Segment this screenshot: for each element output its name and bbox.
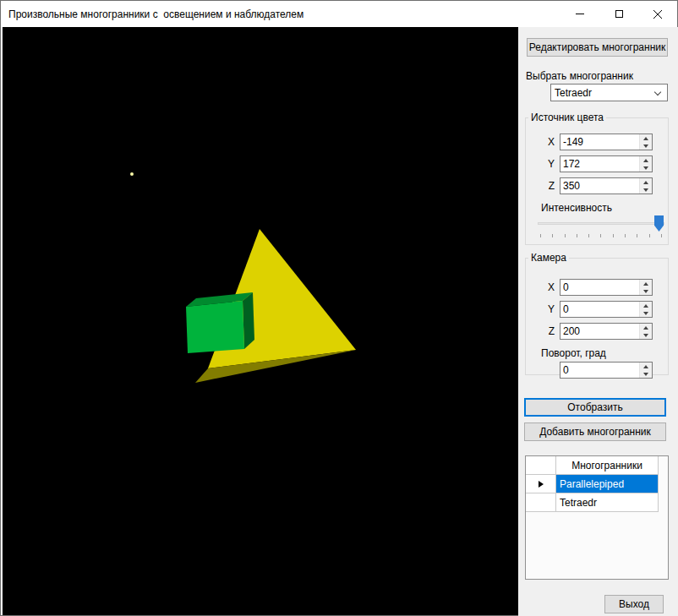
exit-button[interactable]: Выход xyxy=(604,595,664,613)
arrow-up-icon xyxy=(643,159,648,162)
light-z-spin-down-button[interactable] xyxy=(639,186,652,194)
edit-polyhedron-button[interactable]: Редактировать многогранник xyxy=(527,38,668,57)
arrow-down-icon xyxy=(643,334,648,337)
camera-x-value[interactable] xyxy=(560,280,638,295)
light-x-input[interactable] xyxy=(560,134,653,150)
maximize-icon xyxy=(615,10,623,18)
camera-y-input[interactable] xyxy=(560,301,653,318)
light-x-spin-down-button[interactable] xyxy=(639,142,652,150)
camera-group-title: Камера xyxy=(528,252,569,264)
camera-z-row: Z xyxy=(526,323,668,340)
camera-x-label: X xyxy=(526,281,560,293)
grid-column-header[interactable]: Многогранники xyxy=(556,456,659,475)
light-y-value[interactable] xyxy=(560,156,638,172)
camera-z-spin-up-button[interactable] xyxy=(639,324,652,331)
chevron-down-icon xyxy=(654,89,661,95)
combobox-value: Tetraedr xyxy=(555,87,592,99)
minimize-icon xyxy=(576,14,584,14)
camera-y-value[interactable] xyxy=(560,302,638,317)
scene-svg xyxy=(3,27,518,615)
camera-y-spin-up-button[interactable] xyxy=(639,302,652,309)
arrow-down-icon xyxy=(643,188,648,192)
current-row-selector[interactable] xyxy=(526,475,556,493)
light-x-spinner xyxy=(639,134,652,150)
rotation-spinner xyxy=(639,363,652,378)
close-button[interactable] xyxy=(638,1,677,27)
light-z-label: Z xyxy=(526,180,560,192)
light-x-row: X xyxy=(526,134,668,150)
light-z-spinner xyxy=(639,178,652,194)
camera-z-label: Z xyxy=(526,325,560,337)
rotation-row xyxy=(526,362,668,379)
light-z-row: Z xyxy=(526,177,668,194)
light-z-input[interactable] xyxy=(560,177,653,194)
camera-z-value[interactable] xyxy=(560,324,638,339)
rotation-spin-up-button[interactable] xyxy=(639,363,652,370)
render-viewport[interactable] xyxy=(3,27,518,615)
slider-track xyxy=(538,222,664,225)
camera-x-input[interactable] xyxy=(560,279,653,296)
camera-x-spinner xyxy=(639,280,652,295)
select-polyhedron-label: Выбрать многогранник xyxy=(526,70,633,82)
arrow-up-icon xyxy=(643,304,648,308)
minimize-button[interactable] xyxy=(560,1,599,27)
display-button[interactable]: Отобразить xyxy=(524,398,666,417)
arrow-up-icon xyxy=(643,181,648,184)
grid-row-parallelepiped[interactable]: Parallelepiped xyxy=(526,475,668,493)
slider-thumb[interactable] xyxy=(654,215,664,232)
arrow-down-icon xyxy=(643,144,648,148)
camera-z-spinner xyxy=(639,324,652,339)
row-selector[interactable] xyxy=(526,493,556,512)
grid-row-tetraedr[interactable]: Tetraedr xyxy=(526,493,668,512)
light-y-row: Y xyxy=(526,155,668,172)
titlebar: Произвольные многогранники с освещением … xyxy=(1,1,677,27)
light-y-spin-up-button[interactable] xyxy=(639,156,652,164)
app-window: Произвольные многогранники с освещением … xyxy=(0,0,678,616)
light-x-value[interactable] xyxy=(560,134,638,150)
camera-y-label: Y xyxy=(526,303,560,315)
window-title: Произвольные многогранники с освещением … xyxy=(1,8,303,20)
arrow-down-icon xyxy=(643,312,648,315)
arrow-down-icon xyxy=(643,290,648,293)
camera-z-spin-down-button[interactable] xyxy=(639,331,652,339)
light-z-value[interactable] xyxy=(560,178,638,194)
light-source-group: Источник цвета X Y xyxy=(525,112,669,245)
arrow-up-icon xyxy=(643,137,648,140)
slider-ticks xyxy=(540,234,662,237)
intensity-slider[interactable] xyxy=(538,214,664,241)
light-z-spin-up-button[interactable] xyxy=(639,178,652,186)
light-y-input[interactable] xyxy=(560,155,653,172)
arrow-up-icon xyxy=(643,326,648,330)
grid-cell-polyhedron-name[interactable]: Parallelepiped xyxy=(556,475,659,493)
grid-corner-header[interactable] xyxy=(526,456,556,475)
camera-x-spin-up-button[interactable] xyxy=(639,280,652,287)
camera-y-spin-down-button[interactable] xyxy=(639,309,652,317)
cube-front-face xyxy=(186,301,244,353)
rotation-input[interactable] xyxy=(560,362,653,379)
light-x-spin-up-button[interactable] xyxy=(639,134,652,142)
grid-cell-polyhedron-name[interactable]: Tetraedr xyxy=(556,493,659,512)
camera-z-input[interactable] xyxy=(560,323,653,340)
light-y-spin-down-button[interactable] xyxy=(639,164,652,172)
arrow-down-icon xyxy=(643,166,648,170)
caption-buttons xyxy=(560,1,677,27)
light-source-dot xyxy=(130,172,134,176)
intensity-label: Интенсивность xyxy=(541,202,612,214)
rotation-value[interactable] xyxy=(560,363,638,378)
arrow-up-icon xyxy=(643,365,648,368)
polyhedra-grid[interactable]: Многогранники Parallelepiped Tetraedr xyxy=(525,455,669,580)
camera-y-spinner xyxy=(639,302,652,317)
current-row-icon xyxy=(539,481,544,488)
light-source-group-title: Источник цвета xyxy=(528,112,606,123)
rotation-spin-down-button[interactable] xyxy=(639,370,652,378)
close-icon xyxy=(653,10,662,19)
light-y-spinner xyxy=(639,156,652,172)
light-x-label: X xyxy=(526,136,560,148)
arrow-up-icon xyxy=(643,282,648,286)
maximize-button[interactable] xyxy=(599,1,638,27)
camera-y-row: Y xyxy=(526,301,668,318)
camera-x-spin-down-button[interactable] xyxy=(639,287,652,295)
polyhedron-combobox[interactable]: Tetraedr xyxy=(550,84,668,101)
add-polyhedron-button[interactable]: Добавить многогранник xyxy=(524,422,666,441)
arrow-down-icon xyxy=(643,373,648,376)
